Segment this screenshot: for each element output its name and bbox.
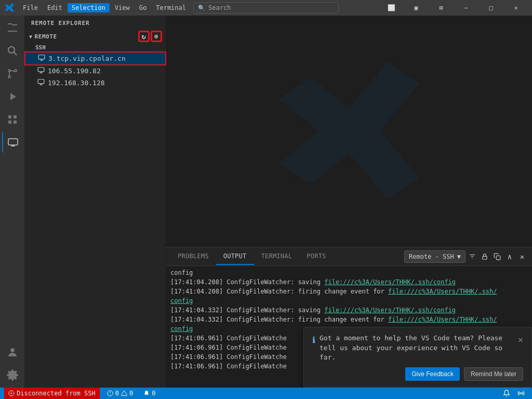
add-new-button[interactable]: ⊕ bbox=[151, 31, 162, 42]
notifications-button[interactable] bbox=[500, 390, 513, 397]
remind-later-button[interactable]: Remind Me later bbox=[464, 367, 523, 381]
svg-line-1 bbox=[14, 52, 17, 56]
activity-extensions[interactable] bbox=[2, 109, 23, 130]
disconnected-icon bbox=[8, 390, 15, 396]
status-bar-right bbox=[500, 390, 528, 397]
ssh-host-label-2: 192.168.30.128 bbox=[48, 79, 105, 87]
menu-terminal[interactable]: Terminal bbox=[152, 3, 190, 12]
split-editor-icon[interactable]: ▣ bbox=[404, 0, 428, 16]
ssh-host-item-1[interactable]: 106.55.190.82 bbox=[25, 65, 166, 77]
ssh-host-label-0: 3.tcp.vip.cpolar.cn bbox=[48, 55, 126, 62]
dropdown-label: Remote - SSH bbox=[409, 253, 454, 260]
svg-point-28 bbox=[521, 393, 522, 394]
maximize-button[interactable]: □ bbox=[479, 0, 503, 16]
feedback-message: Got a moment to help the VS Code team? P… bbox=[320, 334, 514, 362]
output-source-dropdown[interactable]: Remote - SSH ▼ bbox=[404, 250, 466, 263]
sidebar-title: REMOTE EXPLORER bbox=[25, 16, 166, 29]
tab-output[interactable]: OUTPUT bbox=[216, 248, 254, 265]
menu-file[interactable]: File bbox=[19, 3, 42, 12]
tab-terminal[interactable]: TERMINAL bbox=[254, 248, 300, 265]
ssh-host-item-2[interactable]: 192.168.30.128 bbox=[25, 77, 166, 89]
vscode-watermark bbox=[271, 53, 427, 210]
close-panel-button[interactable]: ✕ bbox=[516, 251, 528, 262]
svg-point-4 bbox=[8, 70, 10, 72]
svg-rect-11 bbox=[38, 68, 44, 72]
feedback-header: ℹ Got a moment to help the VS Code team?… bbox=[312, 334, 523, 362]
search-placeholder: Search bbox=[208, 4, 231, 11]
feedback-popup: ℹ Got a moment to help the VS Code team?… bbox=[303, 327, 532, 388]
output-link-1[interactable]: file:///c%3A/Users/THHK/.ssh/config bbox=[324, 278, 456, 286]
output-link-2[interactable]: file:///c%3A/Users/THHK/.ssh/ config bbox=[170, 288, 497, 304]
bell-icon bbox=[143, 390, 150, 396]
broadcast-button[interactable] bbox=[514, 390, 528, 397]
panel-actions: Remote - SSH ▼ ∧ ✕ bbox=[404, 250, 528, 263]
section-label: REMOTE bbox=[35, 33, 57, 40]
sidebar: REMOTE EXPLORER ▼ REMOTE ↻ ⊕ SSH 3.tcp.v… bbox=[25, 16, 166, 388]
feedback-buttons: Give Feedback Remind Me later bbox=[312, 367, 523, 381]
svg-rect-21 bbox=[496, 256, 500, 260]
notification-icon bbox=[503, 390, 510, 397]
status-errors[interactable]: 0 0 bbox=[104, 388, 136, 399]
title-bar: File Edit Selection View Go Terminal Hel… bbox=[0, 0, 532, 16]
ssh-host-item-0[interactable]: 3.tcp.vip.cpolar.cn bbox=[25, 52, 166, 65]
svg-point-0 bbox=[8, 47, 15, 53]
vscode-logo-icon bbox=[4, 3, 15, 13]
svg-point-2 bbox=[8, 76, 10, 78]
tab-ports[interactable]: PORTS bbox=[299, 248, 333, 265]
app-body: REMOTE EXPLORER ▼ REMOTE ↻ ⊕ SSH 3.tcp.v… bbox=[0, 16, 532, 388]
maximize-panel-button[interactable]: ∧ bbox=[504, 251, 515, 262]
monitor-icon-1 bbox=[37, 66, 45, 75]
feedback-close-button[interactable]: ✕ bbox=[518, 334, 523, 346]
tab-problems[interactable]: PROBLEMS bbox=[170, 248, 216, 265]
error-count: 0 bbox=[115, 390, 119, 397]
grid-layout-icon[interactable]: ⊞ bbox=[429, 0, 453, 16]
output-link-3[interactable]: file:///c%3A/Users/THHK/.ssh/config bbox=[324, 307, 456, 314]
menu-bar: File Edit Selection View Go Terminal Hel… bbox=[19, 3, 215, 12]
panel-tabs: PROBLEMS OUTPUT TERMINAL PORTS Remote - … bbox=[166, 248, 532, 266]
disconnected-label: Disconnected from SSH bbox=[17, 390, 96, 397]
main-area: PROBLEMS OUTPUT TERMINAL PORTS Remote - … bbox=[166, 16, 532, 388]
activity-bar bbox=[0, 16, 25, 388]
output-line-config: config bbox=[170, 268, 528, 277]
svg-rect-8 bbox=[38, 55, 45, 59]
menu-edit[interactable]: Edit bbox=[43, 3, 66, 12]
output-line-2: [17:41:04.208] ConfigFileWatcher: firing… bbox=[170, 287, 528, 305]
menu-view[interactable]: View bbox=[111, 3, 134, 12]
menu-go[interactable]: Go bbox=[135, 3, 151, 12]
activity-run[interactable] bbox=[2, 86, 23, 107]
warning-count: 0 bbox=[129, 390, 133, 397]
panel: PROBLEMS OUTPUT TERMINAL PORTS Remote - … bbox=[166, 247, 532, 388]
monitor-icon-2 bbox=[37, 78, 45, 87]
panel-output[interactable]: config [17:41:04.208] ConfigFileWatcher:… bbox=[166, 266, 532, 388]
close-button[interactable]: ✕ bbox=[504, 0, 528, 16]
activity-accounts[interactable] bbox=[2, 342, 23, 363]
layout-icon[interactable]: ⬜ bbox=[379, 0, 403, 16]
activity-source-control[interactable] bbox=[2, 63, 23, 84]
activity-settings[interactable] bbox=[2, 365, 23, 385]
status-info[interactable]: 0 bbox=[140, 388, 158, 399]
lock-output-button[interactable] bbox=[479, 251, 490, 262]
filter-output-button[interactable] bbox=[467, 251, 478, 262]
disconnected-status[interactable]: Disconnected from SSH bbox=[4, 388, 100, 399]
window-controls: ⬜ ▣ ⊞ — □ ✕ bbox=[379, 0, 528, 16]
ssh-host-label-1: 106.55.190.82 bbox=[48, 67, 101, 75]
broadcast-icon bbox=[517, 390, 525, 397]
activity-search[interactable] bbox=[2, 41, 23, 61]
section-actions: ↻ ⊕ bbox=[139, 31, 162, 42]
global-search-bar[interactable]: 🔍 Search bbox=[193, 2, 339, 14]
give-feedback-button[interactable]: Give Feedback bbox=[405, 367, 460, 381]
svg-rect-6 bbox=[8, 139, 18, 145]
monitor-icon bbox=[38, 54, 45, 63]
info-count: 0 bbox=[152, 390, 155, 397]
activity-explorer[interactable] bbox=[2, 18, 23, 38]
refresh-button[interactable]: ↻ bbox=[139, 31, 149, 42]
status-bar: Disconnected from SSH 0 0 0 bbox=[0, 388, 532, 399]
minimize-button[interactable]: — bbox=[454, 0, 478, 16]
menu-selection[interactable]: Selection bbox=[68, 3, 110, 12]
copy-output-button[interactable] bbox=[491, 251, 503, 262]
activity-remote-explorer[interactable] bbox=[2, 132, 23, 153]
svg-point-7 bbox=[10, 348, 15, 352]
remote-section-header[interactable]: ▼ REMOTE ↻ ⊕ bbox=[25, 30, 166, 43]
svg-rect-14 bbox=[38, 79, 44, 84]
remote-section: ▼ REMOTE ↻ ⊕ SSH 3.tcp.vip.cpolar.cn 106… bbox=[25, 29, 166, 90]
